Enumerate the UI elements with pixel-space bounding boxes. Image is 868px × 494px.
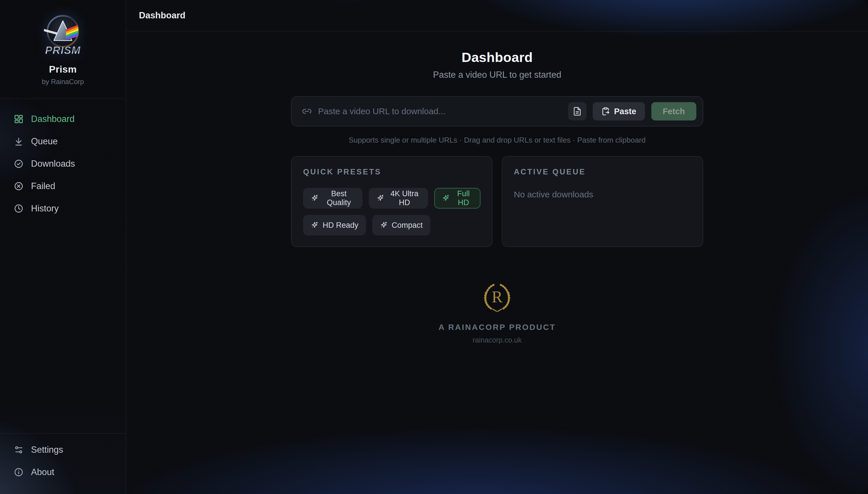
url-input[interactable]: [318, 97, 562, 126]
rainacorp-laurel-logo: R: [480, 281, 514, 314]
sidebar-item-dashboard[interactable]: Dashboard: [7, 109, 118, 129]
product-line: A RAINACORP PRODUCT: [161, 323, 834, 332]
url-input-container: Paste Fetch: [291, 96, 703, 127]
nav-item-label: Settings: [31, 445, 63, 455]
topbar-title: Dashboard: [139, 10, 185, 21]
sidebar-item-about[interactable]: About: [7, 462, 118, 482]
preset-label: Compact: [392, 221, 423, 230]
sidebar-item-queue[interactable]: Queue: [7, 132, 118, 151]
sparkles-icon: [311, 221, 319, 229]
queue-empty-text: No active downloads: [514, 190, 691, 200]
page-subtitle: Paste a video URL to get started: [161, 70, 834, 80]
app-window: PRISM Prism by RainaCorp DashboardQueueD…: [0, 0, 868, 494]
x-circle-icon: [14, 181, 23, 191]
input-helper-text: Supports single or multiple URLs · Drag …: [161, 136, 834, 145]
preset-label: Best Quality: [322, 189, 355, 207]
sidebar-item-downloads[interactable]: Downloads: [7, 154, 118, 174]
preset-4k-ultra-hd[interactable]: 4K Ultra HD: [369, 188, 428, 209]
prism-logo: PRISM: [41, 14, 85, 57]
svg-text:R: R: [492, 288, 503, 306]
active-queue-title: ACTIVE QUEUE: [514, 168, 691, 176]
sidebar-header: PRISM Prism by RainaCorp: [0, 0, 126, 99]
preset-row: Best Quality4K Ultra HDFull HD: [303, 188, 480, 209]
clipboard-paste-icon: [601, 107, 610, 116]
quick-presets-title: QUICK PRESETS: [303, 168, 480, 176]
quick-presets-card: QUICK PRESETS Best Quality4K Ultra HDFul…: [291, 156, 493, 247]
load-file-button[interactable]: [568, 102, 586, 120]
nav-item-label: Downloads: [31, 159, 75, 169]
preset-row: HD ReadyCompact: [303, 215, 480, 235]
nav-item-label: Queue: [31, 136, 58, 147]
sidebar-item-failed[interactable]: Failed: [7, 176, 118, 196]
brand-footer: R A RAINACORP PRODUCT rainacorp.co.uk: [161, 281, 834, 344]
nav-item-label: History: [31, 203, 58, 214]
sparkles-icon: [380, 221, 388, 229]
check-circle-icon: [14, 159, 23, 169]
preset-full-hd[interactable]: Full HD: [434, 188, 480, 209]
preset-label: Full HD: [454, 189, 473, 207]
file-text-icon: [573, 107, 582, 116]
paste-button[interactable]: Paste: [593, 102, 645, 120]
main-column: Dashboard Dashboard Paste a video URL to…: [126, 0, 868, 494]
fetch-button[interactable]: Fetch: [651, 102, 696, 120]
info-icon: [14, 467, 23, 477]
preset-label: 4K Ultra HD: [388, 189, 421, 207]
sidebar-item-settings[interactable]: Settings: [7, 440, 118, 460]
svg-text:PRISM: PRISM: [45, 44, 81, 56]
app-title: Prism: [6, 64, 120, 75]
paste-button-label: Paste: [614, 107, 636, 116]
layout-dashboard-icon: [14, 114, 23, 124]
nav-item-label: Dashboard: [31, 114, 75, 124]
website-text: rainacorp.co.uk: [161, 336, 834, 344]
content-area: Dashboard Paste a video URL to get start…: [126, 32, 868, 494]
sidebar: PRISM Prism by RainaCorp DashboardQueueD…: [0, 0, 126, 494]
nav-item-label: Failed: [31, 181, 55, 191]
preset-compact[interactable]: Compact: [372, 215, 430, 235]
sidebar-item-history[interactable]: History: [7, 199, 118, 218]
sidebar-footer-nav: SettingsAbout: [0, 433, 126, 494]
clock-icon: [14, 204, 23, 213]
nav-item-label: About: [31, 467, 54, 477]
preset-hd-ready[interactable]: HD Ready: [303, 215, 366, 235]
sparkles-icon: [311, 194, 319, 202]
active-queue-card: ACTIVE QUEUE No active downloads: [502, 156, 703, 247]
preset-list: Best Quality4K Ultra HDFull HDHD ReadyCo…: [303, 188, 480, 235]
preset-label: HD Ready: [322, 221, 358, 230]
page-title: Dashboard: [161, 49, 834, 65]
sparkles-icon: [376, 194, 384, 202]
sidebar-nav: DashboardQueueDownloadsFailedHistory: [0, 99, 126, 218]
sparkles-icon: [442, 194, 450, 202]
topbar: Dashboard: [126, 0, 868, 32]
app-subtitle: by RainaCorp: [6, 78, 120, 86]
arrow-down-to-line-icon: [14, 136, 23, 146]
link-icon: [302, 107, 312, 116]
sliders-icon: [14, 445, 23, 455]
preset-best-quality[interactable]: Best Quality: [303, 188, 363, 209]
